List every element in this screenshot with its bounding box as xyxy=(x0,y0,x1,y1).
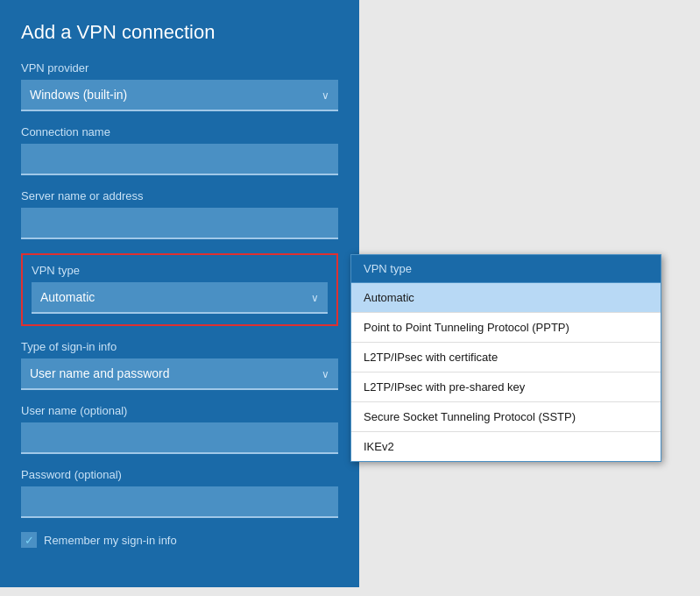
vpn-provider-dropdown[interactable]: Windows (built-in) xyxy=(21,80,338,111)
vpn-dropdown-item-5[interactable]: IKEv2 xyxy=(351,432,661,461)
vpn-dropdown-item-2[interactable]: L2TP/IPsec with certificate xyxy=(351,343,661,372)
sign-in-label: Type of sign-in info xyxy=(21,340,338,353)
vpn-type-group: VPN type Automatic ∨ xyxy=(21,253,338,326)
connection-name-input[interactable] xyxy=(21,144,338,175)
vpn-dropdown-item-0[interactable]: Automatic xyxy=(351,283,661,313)
vpn-provider-label: VPN provider xyxy=(21,61,338,74)
server-group: Server name or address xyxy=(21,189,338,239)
server-label: Server name or address xyxy=(21,189,338,202)
remember-label: Remember my sign-in info xyxy=(44,534,177,547)
username-group: User name (optional) xyxy=(21,404,338,454)
sign-in-dropdown-wrapper: User name and password ∨ xyxy=(21,358,338,390)
sign-in-group: Type of sign-in info User name and passw… xyxy=(21,340,338,390)
vpn-type-dropdown[interactable]: Automatic xyxy=(32,282,328,314)
page-title: Add a VPN connection xyxy=(21,21,338,44)
password-input[interactable] xyxy=(21,486,338,518)
vpn-type-dropdown-popup: VPN type AutomaticPoint to Point Tunneli… xyxy=(350,254,661,462)
sign-in-dropdown[interactable]: User name and password xyxy=(21,358,338,390)
vpn-dropdown-item-3[interactable]: L2TP/IPsec with pre-shared key xyxy=(351,372,661,402)
password-label: Password (optional) xyxy=(21,468,338,481)
username-input[interactable] xyxy=(21,422,338,454)
connection-name-group: Connection name xyxy=(21,125,338,175)
vpn-provider-dropdown-wrapper: Windows (built-in) ∨ xyxy=(21,80,338,111)
remember-checkbox[interactable]: ✓ xyxy=(21,532,37,548)
vpn-type-dropdown-wrapper: Automatic ∨ xyxy=(32,282,328,314)
vpn-form-panel: Add a VPN connection VPN provider Window… xyxy=(0,0,359,587)
vpn-provider-group: VPN provider Windows (built-in) ∨ xyxy=(21,61,338,111)
server-input[interactable] xyxy=(21,208,338,239)
password-group: Password (optional) xyxy=(21,468,338,518)
vpn-dropdown-popup-header: VPN type xyxy=(351,255,661,283)
vpn-dropdown-item-4[interactable]: Secure Socket Tunneling Protocol (SSTP) xyxy=(351,402,661,432)
vpn-type-label: VPN type xyxy=(32,264,328,277)
checkmark-icon: ✓ xyxy=(25,534,34,547)
username-label: User name (optional) xyxy=(21,404,338,417)
connection-name-label: Connection name xyxy=(21,125,338,138)
vpn-dropdown-item-1[interactable]: Point to Point Tunneling Protocol (PPTP) xyxy=(351,313,661,343)
remember-row: ✓ Remember my sign-in info xyxy=(21,532,338,548)
